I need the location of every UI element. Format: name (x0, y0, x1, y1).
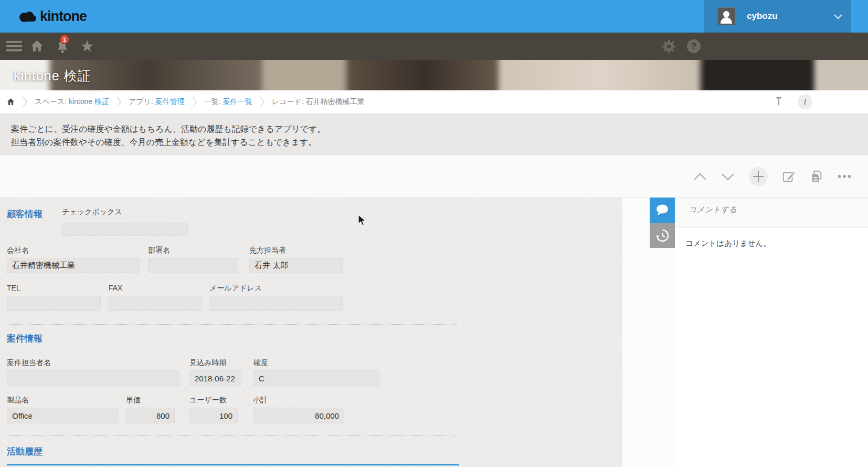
comment-bubble-icon (655, 204, 669, 216)
avatar (717, 7, 735, 25)
history-table-top-border (7, 464, 459, 465)
form-divider (7, 324, 457, 325)
field-label-department: 部署名 (148, 246, 170, 255)
field-value-mail (209, 296, 343, 311)
help-button[interactable]: ? (685, 33, 702, 60)
field-value-probability: C (253, 370, 379, 386)
breadcrumb-home-icon[interactable] (6, 98, 15, 106)
field-label-rep: 案件担当者名 (7, 358, 51, 368)
section-title-deal: 案件情報 (7, 333, 43, 345)
settings-button[interactable] (661, 33, 676, 60)
field-value-subtotal: 80,000 (253, 408, 344, 423)
field-value-unitprice: 800 (126, 408, 175, 423)
field-value-contact: 石井 太郎 (249, 258, 343, 273)
edit-record-button[interactable] (782, 170, 796, 183)
form-divider (7, 435, 457, 436)
breadcrumb-prefix: 一覧: (204, 97, 221, 107)
section-title-history: 活動履歴 (7, 445, 43, 458)
breadcrumb-record-name: 石井精密機械工業 (306, 97, 365, 107)
chevron-down-icon (721, 173, 735, 181)
favorites-button[interactable]: ★ (78, 33, 97, 60)
space-title: kintone 検証 (14, 67, 91, 85)
field-label-contact: 先方担当者 (249, 246, 286, 255)
copy-icon (810, 169, 823, 184)
field-value-period: 2018-06-22 (189, 370, 241, 386)
breadcrumb-view[interactable]: 一覧: 案件一覧 (204, 97, 252, 107)
space-cover-image: kintone 検証 (0, 60, 868, 90)
chevron-separator-icon (260, 96, 264, 108)
field-label-fax: FAX (109, 284, 122, 292)
kintone-logo[interactable]: kintone (18, 0, 87, 33)
record-toolbar (693, 167, 851, 186)
home-icon (30, 39, 44, 53)
plus-icon (753, 171, 764, 182)
chevron-separator-icon (23, 96, 27, 108)
notification-badge: 1 (60, 35, 69, 44)
comment-input-area[interactable]: コメントする (675, 198, 868, 227)
field-value-checkbox (62, 223, 188, 236)
top-bar: kintone cybozu (0, 0, 868, 33)
comment-placeholder: コメントする (689, 205, 737, 215)
field-value-product: Office (7, 408, 118, 423)
nav-bar: 1 ★ ? (0, 33, 868, 60)
edit-icon (782, 169, 796, 184)
app-description: 案件ごとに、受注の確度や金額はもちろん、活動の履歴も記録できるアプリです。 担当… (0, 113, 868, 155)
breadcrumb-actions: i (775, 90, 868, 113)
field-label-users: ユーザー数 (189, 396, 227, 405)
add-record-button[interactable] (749, 167, 768, 186)
field-value-rep (7, 370, 179, 386)
field-label-tel: TEL (7, 284, 20, 292)
field-label-checkbox: チェックボックス (62, 207, 122, 217)
field-label-unitprice: 単価 (126, 396, 141, 405)
record-form (0, 198, 622, 467)
field-value-department (148, 258, 238, 273)
field-label-mail: メールアドレス (209, 284, 262, 293)
breadcrumb-space[interactable]: スペース: kintone 検証 (35, 97, 109, 107)
chevron-separator-icon (117, 96, 121, 108)
breadcrumb-link-app[interactable]: 案件管理 (155, 97, 185, 107)
breadcrumb: スペース: kintone 検証 アプリ: 案件管理 一覧: 案件一覧 レコード… (0, 90, 868, 113)
field-label-company: 会社名 (7, 246, 29, 255)
breadcrumb-link-space[interactable]: kintone 検証 (69, 97, 109, 107)
user-avatar-icon (718, 8, 735, 25)
description-line-1: 案件ごとに、受注の確度や金額はもちろん、活動の履歴も記録できるアプリです。 (11, 122, 326, 136)
breadcrumb-prefix: スペース: (35, 97, 67, 107)
field-label-subtotal: 小計 (253, 396, 268, 405)
field-value-users: 100 (189, 408, 238, 423)
help-icon: ? (687, 39, 701, 53)
field-value-company: 石井精密機械工業 (7, 258, 140, 273)
section-title-customer: 顧客情報 (7, 208, 43, 220)
tab-change-history[interactable] (650, 223, 675, 248)
pin-icon[interactable] (775, 97, 783, 108)
user-menu-button[interactable]: cybozu (704, 0, 851, 33)
history-clock-icon (655, 229, 670, 243)
breadcrumb-prefix: アプリ: (129, 97, 153, 107)
field-label-product: 製品名 (7, 396, 29, 405)
info-icon[interactable]: i (798, 95, 812, 109)
star-icon: ★ (80, 33, 94, 60)
more-options-button[interactable] (838, 170, 851, 183)
field-label-period: 見込み時期 (189, 358, 226, 368)
hamburger-menu-button[interactable] (5, 33, 23, 60)
breadcrumb-record: レコード: 石井精密機械工業 (272, 97, 365, 107)
comment-list: コメントはありません。 (675, 227, 868, 467)
field-label-probability: 確度 (253, 358, 268, 368)
cloud-logo-icon (18, 10, 37, 23)
description-line-2: 担当者別の案件数やその確度、今月の売上金額などを集計することもできます。 (11, 136, 326, 149)
breadcrumb-app[interactable]: アプリ: 案件管理 (129, 97, 185, 107)
portal-home-button[interactable] (28, 33, 45, 60)
breadcrumb-prefix: レコード: (272, 97, 304, 107)
kintone-app-window: kintone cybozu (0, 0, 868, 467)
breadcrumb-link-view[interactable]: 案件一覧 (223, 97, 252, 107)
field-value-tel (7, 296, 101, 311)
duplicate-record-button[interactable] (810, 170, 823, 183)
chevron-separator-icon (192, 96, 197, 108)
comment-empty-message: コメントはありません。 (685, 238, 771, 248)
next-record-button[interactable] (721, 170, 735, 183)
user-name: cybozu (747, 0, 778, 33)
tab-comments[interactable] (650, 198, 675, 223)
previous-record-button[interactable] (693, 170, 707, 183)
logo-text: kintone (40, 8, 87, 25)
field-value-fax (109, 296, 202, 311)
gear-icon (662, 39, 676, 54)
